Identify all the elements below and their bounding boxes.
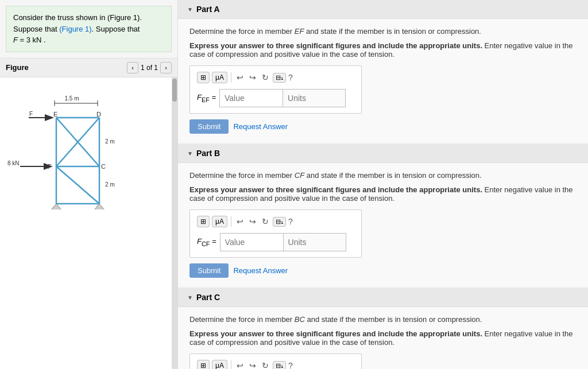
subscript-button-a[interactable]: ⊟₁	[273, 73, 286, 83]
part-b-express: Express your answer to three significant…	[189, 185, 577, 203]
part-c-determine: Determine the force in member BC and sta…	[189, 315, 577, 324]
part-a-section: ▼ Part A Determine the force in member E…	[178, 0, 588, 143]
part-b-submit[interactable]: Submit	[189, 263, 229, 278]
part-b-title: Part B	[196, 149, 220, 158]
part-b-toolbar: ⊞ μΑ ↩ ↪ ↻ ⊟₁ ?	[197, 216, 354, 230]
svg-line-16	[56, 166, 99, 204]
part-a-express: Express your answer to three significant…	[189, 41, 577, 59]
part-b-header[interactable]: ▼ Part B	[178, 144, 588, 163]
part-a-content: Determine the force in member EF and sta…	[178, 19, 588, 143]
refresh-button-c[interactable]: ↻	[260, 361, 270, 369]
svg-marker-21	[94, 204, 105, 209]
figure-canvas: 1.5 m E D F C	[0, 77, 177, 370]
problem-equation: F = 3 kN .	[13, 36, 46, 44]
part-a-buttons: Submit Request Answer	[189, 119, 577, 134]
svg-text:1.5 m: 1.5 m	[64, 95, 79, 102]
undo-button-c[interactable]: ↩	[235, 361, 245, 369]
part-b-buttons: Submit Request Answer	[189, 263, 577, 278]
figure-next-button[interactable]: ›	[160, 62, 172, 73]
redo-button-c[interactable]: ↪	[247, 361, 258, 369]
figure-header: Figure ‹ 1 of 1 ›	[0, 58, 177, 77]
svg-text:2 m: 2 m	[105, 181, 115, 188]
mu-button-a[interactable]: μΑ	[212, 72, 227, 83]
figure-prev-button[interactable]: ‹	[127, 62, 138, 73]
figure-page: 1 of 1	[141, 64, 158, 72]
part-c-arrow: ▼	[187, 294, 193, 301]
grid-button-c[interactable]: ⊞	[197, 360, 210, 369]
refresh-button-b[interactable]: ↻	[260, 217, 270, 226]
figure-section: Figure ‹ 1 of 1 › 1.5 m E D	[0, 58, 177, 370]
part-c-toolbar: ⊞ μΑ ↩ ↪ ↻ ⊟₁ ?	[197, 360, 354, 369]
undo-button-b[interactable]: ↩	[235, 217, 245, 226]
svg-text:2 m: 2 m	[105, 138, 115, 145]
figure-nav: ‹ 1 of 1 ›	[127, 62, 172, 73]
subscript-button-b[interactable]: ⊟₁	[273, 217, 286, 227]
part-b-section: ▼ Part B Determine the force in member C…	[178, 144, 588, 287]
svg-text:8 kN: 8 kN	[7, 160, 20, 166]
part-a-input-row: FEF =	[197, 89, 354, 107]
part-a-request[interactable]: Request Answer	[233, 119, 288, 134]
toolbar-sep-b	[231, 216, 231, 227]
right-panel: ▼ Part A Determine the force in member E…	[178, 0, 588, 369]
part-a-determine: Determine the force in member EF and sta…	[189, 27, 577, 36]
refresh-button-a[interactable]: ↻	[260, 73, 270, 82]
part-a-arrow: ▼	[187, 6, 193, 13]
redo-button-b[interactable]: ↪	[247, 217, 258, 226]
part-b-units-input[interactable]	[283, 233, 346, 251]
mu-button-c[interactable]: μΑ	[212, 360, 227, 369]
part-b-var-label: FCF =	[197, 237, 216, 247]
subscript-button-c[interactable]: ⊟₁	[273, 361, 286, 370]
part-b-input-row: FCF =	[197, 233, 354, 251]
part-a-submit[interactable]: Submit	[189, 119, 229, 134]
toolbar-sep-a	[231, 72, 231, 83]
part-c-title: Part C	[196, 293, 220, 302]
part-b-answer-box: ⊞ μΑ ↩ ↪ ↻ ⊟₁ ? FCF =	[189, 209, 362, 258]
help-button-c[interactable]: ?	[288, 361, 293, 369]
part-c-section: ▼ Part C Determine the force in member B…	[178, 288, 588, 369]
part-a-var-label: FEF =	[197, 93, 216, 103]
scroll-thumb	[172, 79, 177, 102]
part-a-value-input[interactable]	[219, 89, 283, 107]
part-a-units-input[interactable]	[283, 89, 346, 107]
problem-statement: Consider the truss shown in (Figure 1). …	[6, 6, 172, 52]
help-button-b[interactable]: ?	[288, 217, 293, 226]
toolbar-sep-c	[231, 360, 231, 369]
part-a-title: Part A	[196, 5, 220, 14]
left-panel: Consider the truss shown in (Figure 1). …	[0, 0, 178, 369]
part-b-determine: Determine the force in member CF and sta…	[189, 171, 577, 180]
part-a-answer-box: ⊞ μΑ ↩ ↪ ↻ ⊟₁ ? FEF =	[189, 65, 362, 114]
part-b-arrow: ▼	[187, 150, 193, 157]
part-a-header[interactable]: ▼ Part A	[178, 0, 588, 19]
svg-text:D: D	[96, 111, 101, 118]
part-c-content: Determine the force in member BC and sta…	[178, 307, 588, 369]
svg-text:C: C	[101, 163, 106, 170]
scroll-bar[interactable]	[172, 77, 177, 370]
part-b-value-input[interactable]	[220, 233, 283, 251]
part-c-express: Express your answer to three significant…	[189, 329, 577, 347]
help-button-a[interactable]: ?	[288, 73, 293, 82]
undo-button-a[interactable]: ↩	[235, 73, 245, 82]
grid-button-b[interactable]: ⊞	[197, 216, 210, 227]
part-c-header[interactable]: ▼ Part C	[178, 288, 588, 307]
svg-text:F: F	[29, 111, 33, 117]
part-b-request[interactable]: Request Answer	[233, 263, 288, 278]
grid-button-a[interactable]: ⊞	[197, 72, 210, 83]
redo-button-a[interactable]: ↪	[247, 73, 258, 82]
part-b-content: Determine the force in member CF and sta…	[178, 163, 588, 287]
mu-button-b[interactable]: μΑ	[212, 216, 227, 227]
svg-text:E: E	[53, 111, 57, 118]
part-a-toolbar: ⊞ μΑ ↩ ↪ ↻ ⊟₁ ?	[197, 72, 354, 86]
part-c-answer-box: ⊞ μΑ ↩ ↪ ↻ ⊟₁ ? FBC =	[189, 354, 362, 369]
figure-link[interactable]: (Figure 1)	[59, 25, 91, 33]
figure-title: Figure	[6, 63, 29, 72]
